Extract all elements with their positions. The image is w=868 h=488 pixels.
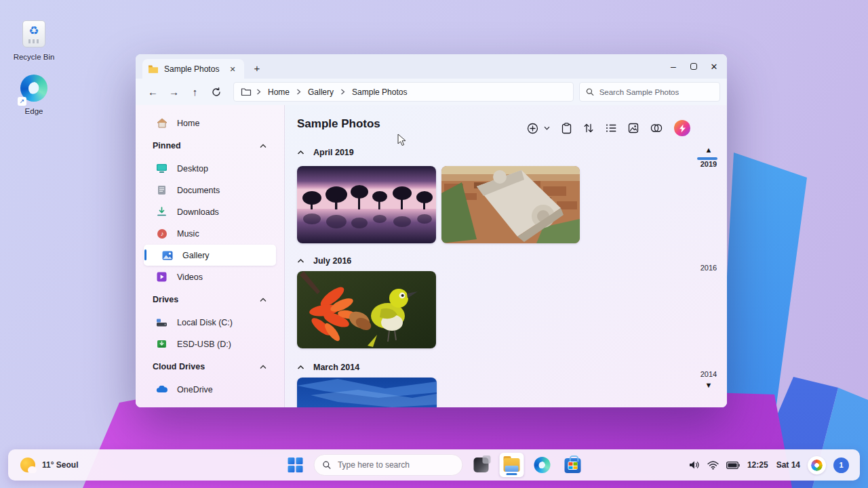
sidebar-section-pinned[interactable]: Pinned <box>136 134 284 157</box>
new-button[interactable] <box>527 123 538 134</box>
chevron-up-icon[interactable] <box>260 362 267 371</box>
breadcrumb-item-sample-photos[interactable]: Sample Photos <box>350 86 409 98</box>
wifi-icon[interactable] <box>707 461 719 470</box>
collapse-chevron-icon[interactable] <box>297 148 304 157</box>
sidebar-item-onedrive[interactable]: OneDrive <box>144 379 276 400</box>
taskbar-search-input[interactable] <box>338 460 454 470</box>
timeline-down-arrow[interactable]: ▼ <box>696 381 722 389</box>
collapse-chevron-icon[interactable] <box>297 363 304 372</box>
gallery-icon <box>161 249 173 261</box>
file-explorer-window: Sample Photos ✕ + – ✕ ← → ↑ <box>136 54 727 407</box>
sidebar-item-gallery[interactable]: Gallery <box>144 245 276 266</box>
explorer-search[interactable] <box>579 82 720 102</box>
close-button[interactable]: ✕ <box>704 56 724 77</box>
chevron-up-icon[interactable] <box>260 141 267 150</box>
section-label: Cloud Drives <box>153 362 205 371</box>
timeline-up-arrow[interactable]: ▲ <box>696 146 722 154</box>
file-explorer-icon <box>504 458 520 472</box>
photo-thumbnail[interactable] <box>297 166 436 243</box>
sort-button[interactable] <box>583 123 594 134</box>
photo-toggle-icon <box>628 123 639 134</box>
tab-close-button[interactable]: ✕ <box>226 63 239 75</box>
group-header-march-2014: March 2014 <box>297 359 727 375</box>
sidebar-item-local-disk[interactable]: Local Disk (C:) <box>144 312 276 333</box>
sidebar-item-label: Videos <box>177 272 203 282</box>
weather-widget[interactable]: 11° Seoul <box>20 458 79 472</box>
paste-button[interactable] <box>561 123 572 134</box>
view-list-icon <box>606 123 616 133</box>
edge-taskbar-button[interactable] <box>530 453 555 477</box>
chevron-down-icon <box>544 126 550 130</box>
sidebar-item-home[interactable]: Home <box>144 113 276 134</box>
section-label: Drives <box>153 295 178 304</box>
copilot-button[interactable] <box>650 123 663 134</box>
photo-toggle-button[interactable] <box>628 123 639 134</box>
timeline-year-2014[interactable]: 2014 <box>696 370 722 378</box>
breadcrumb-item-gallery[interactable]: Gallery <box>306 86 336 98</box>
new-dropdown-button[interactable] <box>544 126 550 130</box>
breadcrumb-item-home[interactable]: Home <box>266 86 292 98</box>
sidebar-item-videos[interactable]: Videos <box>144 266 276 287</box>
start-button[interactable] <box>283 453 308 477</box>
battery-icon[interactable] <box>726 462 740 469</box>
sidebar-item-label: ESD-USB (D:) <box>177 340 231 349</box>
refresh-button[interactable] <box>205 82 226 102</box>
weather-temperature: 11° <box>42 460 54 470</box>
designer-button[interactable] <box>674 120 690 136</box>
desktop-icon-recycle-bin[interactable]: ♻ Recycle Bin <box>9 19 58 61</box>
sidebar-item-downloads[interactable]: Downloads <box>144 201 276 222</box>
back-button[interactable]: ← <box>142 82 163 102</box>
store-taskbar-button[interactable] <box>561 453 585 477</box>
explorer-tab[interactable]: Sample Photos ✕ <box>142 59 244 79</box>
collapse-chevron-icon[interactable] <box>297 256 304 266</box>
group-header-july-2016: July 2016 <box>297 253 727 269</box>
breadcrumb[interactable]: Home Gallery Sample Photos <box>233 82 574 102</box>
documents-icon <box>156 184 167 196</box>
sidebar-item-label: Gallery <box>182 251 210 260</box>
up-button[interactable]: ↑ <box>184 82 205 102</box>
clock[interactable]: 12:25 Sat 14 <box>747 460 800 470</box>
sidebar-item-music[interactable]: ♪ Music <box>144 223 276 244</box>
sidebar: Home Pinned Desktop <box>136 105 285 407</box>
sidebar-item-usb-drive[interactable]: ESD-USB (D:) <box>144 333 276 354</box>
chevron-up-icon[interactable] <box>260 295 267 304</box>
minimize-button[interactable]: – <box>663 56 684 77</box>
new-tab-button[interactable]: + <box>248 60 266 77</box>
chevron-right-icon <box>256 89 261 95</box>
tray-time: 12:25 <box>747 460 768 470</box>
photo-thumbnail[interactable] <box>297 378 437 407</box>
view-button[interactable] <box>606 123 616 133</box>
desktop-icon <box>156 163 167 174</box>
taskbar-search[interactable] <box>314 454 463 476</box>
notification-badge[interactable]: 1 <box>833 458 849 473</box>
photo-thumbnail[interactable] <box>297 271 436 348</box>
explorer-search-input[interactable] <box>599 88 713 96</box>
forward-button[interactable]: → <box>163 82 184 102</box>
tab-title: Sample Photos <box>164 64 219 74</box>
photo-thumbnail[interactable] <box>441 166 580 243</box>
task-view-button[interactable] <box>469 453 494 477</box>
timeline-year-2019[interactable]: 2019 <box>696 160 722 168</box>
desktop-icon-edge[interactable]: ↗ Edge <box>9 73 58 115</box>
file-explorer-taskbar-button[interactable] <box>500 453 524 477</box>
sidebar-section-drives[interactable]: Drives <box>136 288 284 311</box>
address-bar: ← → ↑ Home Gallery Sample Photos <box>136 79 727 105</box>
new-plus-icon <box>527 123 538 134</box>
group-label: July 2016 <box>313 256 351 266</box>
volume-icon[interactable] <box>689 460 700 470</box>
group-header-april-2019: April 2019 <box>297 144 727 161</box>
shortcut-arrow-icon: ↗ <box>18 97 26 106</box>
sidebar-section-cloud-drives[interactable]: Cloud Drives <box>136 355 284 378</box>
folder-icon <box>148 64 159 74</box>
maximize-button[interactable] <box>684 56 704 77</box>
sidebar-item-desktop[interactable]: Desktop <box>144 158 276 179</box>
titlebar[interactable]: Sample Photos ✕ + – ✕ <box>136 54 727 79</box>
system-tray: 12:25 Sat 14 1 <box>689 456 849 474</box>
music-icon: ♪ <box>156 228 167 239</box>
windows-logo-icon <box>288 458 303 472</box>
copilot-tray-button[interactable] <box>808 456 826 474</box>
timeline-year-2016[interactable]: 2016 <box>696 264 722 272</box>
sidebar-item-label: OneDrive <box>177 385 213 394</box>
sidebar-item-documents[interactable]: Documents <box>144 180 276 201</box>
task-view-icon <box>474 458 489 472</box>
